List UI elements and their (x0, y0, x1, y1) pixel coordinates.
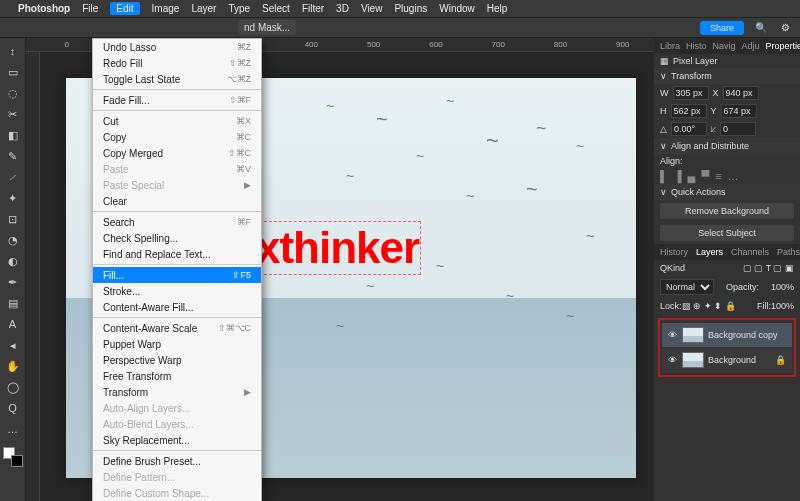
right-panels: Libra Histo Navig Adju Properties ▦ Pixe… (654, 38, 800, 501)
tool-marquee[interactable]: ▭ (3, 63, 23, 81)
menu-item[interactable]: Free Transform (93, 368, 261, 384)
tool-pen[interactable]: ✒ (3, 273, 23, 291)
share-button[interactable]: Share (700, 21, 744, 35)
watermark-text: xthinker (256, 223, 419, 273)
menu-item: Auto-Blend Layers... (93, 416, 261, 432)
tool-shape[interactable]: ◂ (3, 336, 23, 354)
transform-section[interactable]: ∨Transform (654, 68, 800, 84)
layer-row-bg-copy[interactable]: 👁 Background copy (662, 323, 792, 347)
tool-hand[interactable]: ✋ (3, 357, 23, 375)
menu-item[interactable]: Cut⌘X (93, 113, 261, 129)
menu-item: Paste⌘V (93, 161, 261, 177)
tool-frame[interactable]: ◧ (3, 126, 23, 144)
align-buttons[interactable]: ▌▐▄▀≡… (654, 168, 800, 184)
tool-crop[interactable]: ✂ (3, 105, 23, 123)
options-mask-button[interactable]: nd Mask... (238, 20, 296, 35)
tool-eraser[interactable]: ◔ (3, 231, 23, 249)
remove-background-button[interactable]: Remove Background (660, 203, 794, 219)
menu-item[interactable]: Toggle Last State⌥⌘Z (93, 71, 261, 87)
select-subject-button[interactable]: Select Subject (660, 225, 794, 241)
quick-actions-section[interactable]: ∨Quick Actions (654, 184, 800, 200)
menu-item[interactable]: Check Spelling... (93, 230, 261, 246)
layers-highlight: 👁 Background copy 👁 Background 🔒 (658, 318, 796, 377)
menu-3d[interactable]: 3D (336, 3, 349, 14)
layer-row-bg[interactable]: 👁 Background 🔒 (662, 348, 792, 372)
menu-item[interactable]: Stroke... (93, 283, 261, 299)
height-field[interactable] (671, 104, 707, 118)
tool-healing[interactable]: ✦ (3, 189, 23, 207)
menu-item[interactable]: Search⌘F (93, 214, 261, 230)
menu-item: Auto-Align Layers... (93, 400, 261, 416)
align-section[interactable]: ∨Align and Distribute (654, 138, 800, 154)
menu-window[interactable]: Window (439, 3, 475, 14)
menu-item[interactable]: Copy⌘C (93, 129, 261, 145)
menu-item[interactable]: Perspective Warp (93, 352, 261, 368)
menu-item[interactable]: Content-Aware Fill... (93, 299, 261, 315)
left-toolbar: ↕ ▭ ◌ ✂ ◧ ✎ ⟋ ✦ ⊡ ◔ ◐ ✒ ▤ A ◂ ✋ ◯ Q … (0, 38, 26, 501)
tool-ellipse[interactable]: ◯ (3, 378, 23, 396)
tool-stamp[interactable]: ⊡ (3, 210, 23, 228)
ruler-vertical (26, 52, 40, 501)
menu-item: Paste Special▶ (93, 177, 261, 193)
menu-layer[interactable]: Layer (191, 3, 216, 14)
app-name: Photoshop (18, 3, 70, 14)
tool-lasso[interactable]: ◌ (3, 84, 23, 102)
menu-edit[interactable]: Edit (110, 2, 139, 15)
menu-filter[interactable]: Filter (302, 3, 324, 14)
visibility-icon[interactable]: 👁 (668, 330, 678, 340)
gear-icon[interactable]: ⚙ (778, 21, 792, 35)
layers-tabs[interactable]: History Layers Channels Paths (654, 244, 800, 260)
menu-file[interactable]: File (82, 3, 98, 14)
visibility-icon[interactable]: 👁 (668, 355, 678, 365)
menu-item[interactable]: Copy Merged⇧⌘C (93, 145, 261, 161)
menu-item[interactable]: Clear (93, 193, 261, 209)
lock-icon: 🔒 (775, 355, 786, 365)
x-field[interactable] (723, 86, 759, 100)
menu-item[interactable]: Undo Lasso⌘Z (93, 39, 261, 55)
menubar: Photoshop File Edit Image Layer Type Sel… (0, 0, 800, 18)
layer-name: Background (708, 355, 756, 365)
menu-help[interactable]: Help (487, 3, 508, 14)
menu-item[interactable]: Transform▶ (93, 384, 261, 400)
y-field[interactable] (721, 104, 757, 118)
menu-item[interactable]: Define Brush Preset... (93, 453, 261, 469)
menu-view[interactable]: View (361, 3, 383, 14)
menu-item[interactable]: Redo Fill⇧⌘Z (93, 55, 261, 71)
tool-gradient[interactable]: ◐ (3, 252, 23, 270)
tool-type[interactable]: A (3, 315, 23, 333)
layer-name: Background copy (708, 330, 778, 340)
width-field[interactable] (673, 86, 709, 100)
menu-item: Define Pattern... (93, 469, 261, 485)
menu-item[interactable]: Fill...⇧F5 (93, 267, 261, 283)
pixel-layer-icon: ▦ (660, 56, 669, 66)
layer-thumb (682, 352, 704, 368)
tool-brush[interactable]: ⟋ (3, 168, 23, 186)
tool-more[interactable]: … (3, 420, 23, 438)
menu-item[interactable]: Find and Replace Text... (93, 246, 261, 262)
tool-path[interactable]: ▤ (3, 294, 23, 312)
search-icon[interactable]: 🔍 (754, 21, 768, 35)
menu-plugins[interactable]: Plugins (394, 3, 427, 14)
tool-zoom[interactable]: Q (3, 399, 23, 417)
menu-image[interactable]: Image (152, 3, 180, 14)
options-bar: nd Mask... Share 🔍 ⚙ (0, 18, 800, 38)
properties-tabs[interactable]: Libra Histo Navig Adju Properties (654, 38, 800, 54)
edit-menu-dropdown[interactable]: Undo Lasso⌘ZRedo Fill⇧⌘ZToggle Last Stat… (92, 38, 262, 501)
menu-item[interactable]: Content-Aware Scale⇧⌘⌥C (93, 320, 261, 336)
tool-move[interactable]: ↕ (3, 42, 23, 60)
blend-mode-select[interactable]: Normal (660, 279, 714, 295)
skew-field[interactable] (720, 122, 756, 136)
menu-item[interactable]: Puppet Warp (93, 336, 261, 352)
menu-item[interactable]: Fade Fill...⇧⌘F (93, 92, 261, 108)
menu-select[interactable]: Select (262, 3, 290, 14)
layer-type-indicator: ▦ Pixel Layer (654, 54, 800, 68)
menu-item[interactable]: Sky Replacement... (93, 432, 261, 448)
menu-type[interactable]: Type (228, 3, 250, 14)
menu-item: Define Custom Shape... (93, 485, 261, 501)
tool-eyedropper[interactable]: ✎ (3, 147, 23, 165)
layer-thumb (682, 327, 704, 343)
angle-field[interactable] (671, 122, 707, 136)
color-swatches[interactable] (3, 447, 23, 467)
canvas-area: 0100200300400500600700800900 ~ ~ ~ ~ ~ ~… (26, 38, 654, 501)
